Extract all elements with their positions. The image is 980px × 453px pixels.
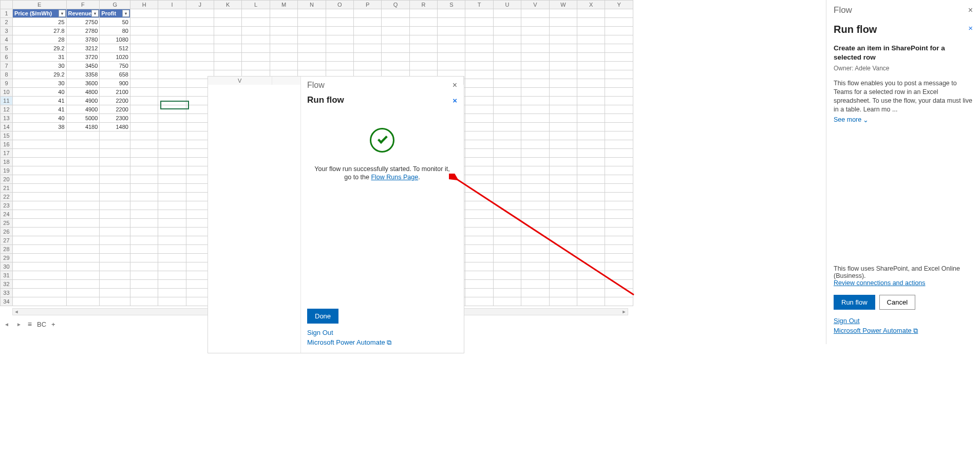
cell[interactable] (493, 131, 521, 140)
cell[interactable] (465, 97, 493, 105)
cell[interactable] (521, 158, 549, 166)
cell[interactable]: 30 (12, 62, 66, 70)
cell[interactable] (158, 210, 186, 219)
cell[interactable] (100, 297, 130, 306)
cell[interactable] (465, 193, 493, 201)
cell[interactable] (130, 35, 158, 44)
cell[interactable] (270, 53, 297, 62)
row-header[interactable]: 15 (1, 131, 13, 140)
cell[interactable] (605, 88, 633, 97)
cell[interactable] (577, 236, 605, 245)
cell[interactable] (465, 228, 493, 236)
cell[interactable] (100, 236, 130, 245)
cell[interactable] (438, 44, 465, 53)
cell[interactable] (493, 158, 521, 166)
cell[interactable] (130, 184, 158, 193)
sign-out-link[interactable]: Sign Out (307, 329, 457, 336)
cell[interactable] (549, 271, 577, 280)
cell[interactable] (493, 236, 521, 245)
cell[interactable] (521, 219, 549, 228)
cell[interactable] (549, 280, 577, 289)
column-header[interactable]: G (100, 1, 130, 9)
cell[interactable] (100, 149, 130, 158)
cell[interactable] (521, 18, 549, 27)
cell[interactable] (130, 158, 158, 166)
cell[interactable] (605, 123, 633, 131)
cell[interactable] (493, 18, 521, 27)
cell[interactable] (100, 184, 130, 193)
cell[interactable]: 1020 (100, 53, 130, 62)
cell[interactable]: 2100 (100, 88, 130, 97)
tab-next-icon[interactable]: ► (15, 322, 23, 327)
cell[interactable] (521, 123, 549, 131)
cell[interactable] (605, 114, 633, 123)
cell[interactable] (493, 149, 521, 158)
cell[interactable] (298, 62, 326, 70)
cell[interactable] (493, 53, 521, 62)
row-header[interactable]: 32 (1, 280, 13, 289)
cell[interactable] (100, 131, 130, 140)
cell[interactable] (158, 62, 186, 70)
cell[interactable] (12, 262, 66, 271)
column-header[interactable]: V (521, 1, 549, 9)
cell[interactable] (549, 140, 577, 149)
cell[interactable] (326, 27, 353, 35)
cell[interactable] (214, 18, 242, 27)
cell[interactable] (577, 70, 605, 79)
cell[interactable] (130, 27, 158, 35)
column-header[interactable]: U (493, 1, 521, 9)
cell[interactable] (12, 219, 66, 228)
cell[interactable] (186, 62, 214, 70)
cell[interactable] (270, 44, 297, 53)
cell[interactable]: 3780 (66, 35, 100, 44)
cell[interactable] (158, 219, 186, 228)
cell[interactable] (158, 79, 186, 88)
cell[interactable] (158, 228, 186, 236)
cell[interactable]: 50 (100, 18, 130, 27)
cell[interactable]: 2200 (100, 105, 130, 114)
cell[interactable] (605, 193, 633, 201)
column-header[interactable]: S (438, 1, 465, 9)
cell[interactable] (465, 245, 493, 254)
row-header[interactable]: 4 (1, 35, 13, 44)
cell[interactable] (353, 53, 381, 62)
cell[interactable]: 5000 (66, 114, 100, 123)
cell[interactable] (605, 245, 633, 254)
row-header[interactable]: 10 (1, 88, 13, 97)
cell[interactable] (12, 149, 66, 158)
cell[interactable] (465, 149, 493, 158)
cell[interactable] (409, 44, 437, 53)
cell[interactable]: 3720 (66, 53, 100, 62)
cell[interactable] (549, 236, 577, 245)
cell[interactable] (465, 53, 493, 62)
cell[interactable] (577, 245, 605, 254)
cell[interactable] (100, 158, 130, 166)
cell[interactable] (130, 9, 158, 18)
cell[interactable] (186, 18, 214, 27)
cell[interactable] (12, 166, 66, 175)
cell[interactable] (549, 27, 577, 35)
cell[interactable] (549, 262, 577, 271)
cell[interactable] (549, 70, 577, 79)
cell[interactable] (465, 236, 493, 245)
cell[interactable]: 3358 (66, 70, 100, 79)
row-header[interactable]: 26 (1, 228, 13, 236)
cell[interactable] (605, 280, 633, 289)
cell[interactable] (521, 193, 549, 201)
cell[interactable] (214, 53, 242, 62)
filter-dropdown-icon[interactable]: ▾ (59, 10, 66, 17)
cell[interactable] (326, 35, 353, 44)
cell[interactable] (549, 219, 577, 228)
cell[interactable] (521, 97, 549, 105)
cell[interactable] (521, 254, 549, 262)
cell[interactable] (577, 114, 605, 123)
cell[interactable] (186, 53, 214, 62)
cell[interactable] (158, 166, 186, 175)
row-header[interactable]: 23 (1, 201, 13, 210)
cell[interactable] (326, 18, 353, 27)
cell[interactable] (158, 27, 186, 35)
cell[interactable] (130, 18, 158, 27)
cell[interactable] (521, 114, 549, 123)
tab-prev-icon[interactable]: ◄ (3, 322, 10, 327)
cell[interactable] (100, 193, 130, 201)
